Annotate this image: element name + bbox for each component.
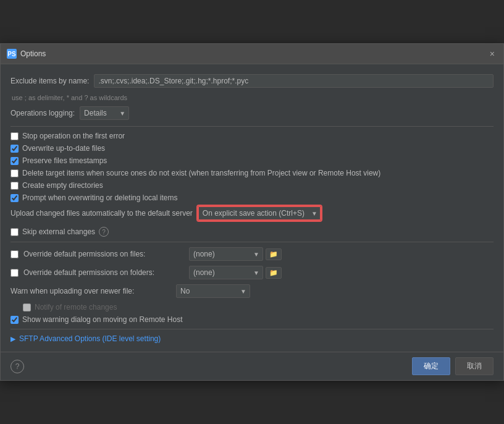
exclude-input[interactable] [94,74,494,88]
override-folders-select-wrapper: (none) ▼ 📁 [189,266,282,279]
upload-label: Upload changed files automatically to th… [10,209,193,218]
overwrite-label[interactable]: Overwrite up-to-date files [22,144,105,153]
override-folders-label[interactable]: Override default permissions on folders: [23,268,184,277]
override-files-label[interactable]: Override default permissions on files: [23,250,184,258]
create-dirs-checkbox[interactable] [10,182,19,190]
upload-row: Upload changed files automatically to th… [10,206,494,221]
help-button[interactable]: ? [10,360,24,373]
exclude-hint: use ; as delimiter, * and ? as wildcards [12,94,494,101]
override-files-select[interactable]: (none) [189,247,263,261]
create-dirs-label[interactable]: Create empty directories [22,181,103,190]
separator-1 [10,126,494,127]
preserve-label[interactable]: Preserve files timestamps [22,156,107,165]
skip-help-icon[interactable]: ? [99,227,109,237]
show-warning-label[interactable]: Show warning dialog on moving on Remote … [22,315,182,324]
skip-external-checkbox[interactable] [10,228,19,236]
preserve-row: Preserve files timestamps [10,156,494,165]
notify-remote-label: Notify of remote changes [35,303,117,312]
override-folders-row: Override default permissions on folders:… [10,266,494,279]
logging-select-wrapper: Details Info Warning None ▼ [80,106,129,120]
overwrite-checkbox[interactable] [10,145,19,153]
bottom-bar: ? 确定 取消 [1,352,503,380]
logging-row: Operations logging: Details Info Warning… [10,106,494,120]
override-folders-browse-button[interactable]: 📁 [266,267,282,279]
override-files-select-outer: (none) ▼ [189,247,263,261]
exclude-label: Exclude items by name: [10,77,89,85]
notify-remote-row: Notify of remote changes [23,303,494,312]
warn-label: Warn when uploading over newer file: [10,287,171,295]
notify-remote-checkbox[interactable] [23,303,31,312]
override-files-row: Override default permissions on files: (… [10,247,494,261]
dialog-title: Options [20,49,484,58]
sftp-advanced-label[interactable]: SFTP Advanced Options (IDE level setting… [19,334,161,343]
upload-select[interactable]: On explicit save action (Ctrl+S) Always … [198,206,321,221]
logging-label: Operations logging: [10,109,75,117]
exclude-row: Exclude items by name: [10,74,494,88]
delete-target-row: Delete target items when source ones do … [10,169,494,177]
button-group: 确定 取消 [412,357,494,375]
preserve-checkbox[interactable] [10,157,19,165]
skip-external-label[interactable]: Skip external changes [22,227,95,236]
override-files-checkbox[interactable] [10,250,19,258]
override-folders-checkbox[interactable] [10,269,19,277]
override-files-browse-button[interactable]: 📁 [266,248,282,260]
app-icon: PS [7,49,17,59]
content-area: Exclude items by name: use ; as delimite… [1,64,503,352]
create-dirs-row: Create empty directories [10,181,494,190]
confirm-button[interactable]: 确定 [412,357,450,375]
override-folders-select[interactable]: (none) [189,266,263,279]
delete-target-checkbox[interactable] [10,169,19,177]
sftp-expand-icon: ▶ [10,335,15,343]
separator-3 [10,329,494,329]
cancel-button[interactable]: 取消 [455,357,494,375]
prompt-checkbox[interactable] [10,194,19,202]
options-dialog: PS Options × Exclude items by name: use … [0,43,504,381]
override-files-select-wrapper: (none) ▼ 📁 [189,247,282,261]
warn-select-wrapper: No Yes Ask ▼ [176,284,250,298]
close-button[interactable]: × [487,48,497,60]
warn-row: Warn when uploading over newer file: No … [10,284,494,298]
logging-select[interactable]: Details Info Warning None [80,106,129,120]
warn-select[interactable]: No Yes Ask [176,284,250,298]
sftp-advanced-row[interactable]: ▶ SFTP Advanced Options (IDE level setti… [10,334,494,343]
override-folders-select-outer: (none) ▼ [189,266,263,279]
stop-error-checkbox[interactable] [10,132,19,140]
prompt-row: Prompt when overwriting or deleting loca… [10,193,494,202]
title-bar: PS Options × [1,44,503,64]
upload-select-wrapper: On explicit save action (Ctrl+S) Always … [198,206,321,221]
prompt-label[interactable]: Prompt when overwriting or deleting loca… [22,193,177,202]
separator-2 [10,242,494,242]
stop-error-row: Stop operation on the first error [10,132,494,140]
overwrite-row: Overwrite up-to-date files [10,144,494,153]
delete-target-label[interactable]: Delete target items when source ones do … [22,169,380,177]
show-warning-row: Show warning dialog on moving on Remote … [10,315,494,324]
show-warning-checkbox[interactable] [10,316,19,324]
skip-external-row: Skip external changes ? [10,227,494,237]
stop-error-label[interactable]: Stop operation on the first error [22,132,125,140]
